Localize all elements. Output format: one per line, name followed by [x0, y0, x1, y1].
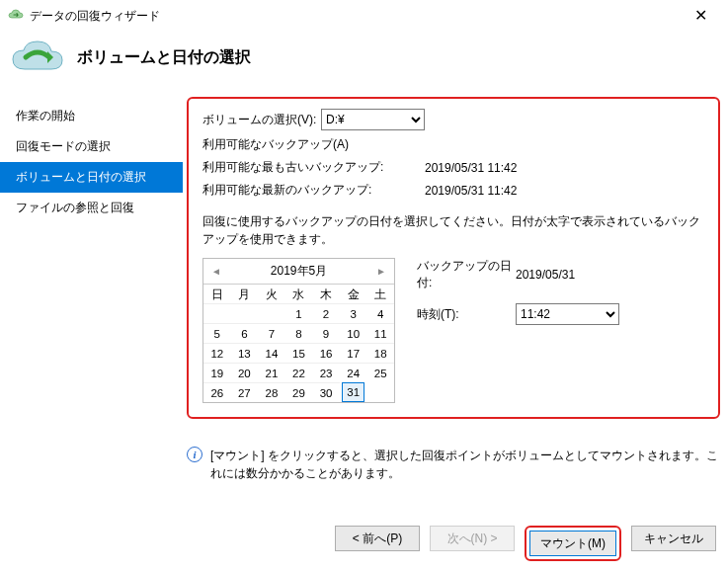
calendar-day[interactable]: 8 [285, 323, 313, 343]
calendar-day[interactable]: 11 [366, 323, 394, 343]
volume-label: ボリュームの選択(V): [202, 112, 321, 128]
calendar-day[interactable]: 2 [312, 303, 340, 323]
calendar-day[interactable]: 4 [366, 303, 394, 323]
wizard-main: ボリュームの選択(V): D:¥ 利用可能なバックアップ(A) 利用可能な最も古… [183, 93, 728, 573]
backup-date-value: 2019/05/31 [516, 268, 575, 282]
time-label: 時刻(T): [417, 306, 516, 323]
calendar-day[interactable]: 13 [231, 343, 259, 363]
cancel-button[interactable]: キャンセル [631, 526, 716, 551]
close-icon[interactable]: ✕ [681, 8, 720, 24]
time-select[interactable]: 11:42 [516, 303, 619, 325]
sidebar-item-volume-date[interactable]: ボリュームと日付の選択 [0, 162, 183, 193]
calendar-day[interactable]: 29 [285, 382, 313, 402]
calendar-day[interactable]: 16 [312, 343, 340, 363]
window-title: データの回復ウィザード [30, 8, 681, 25]
mount-button-highlight: マウント(M) [525, 526, 621, 561]
calendar-dow: 水 [285, 284, 313, 303]
wizard-header: ボリュームと日付の選択 [0, 30, 728, 93]
highlighted-section: ボリュームの選択(V): D:¥ 利用可能なバックアップ(A) 利用可能な最も古… [187, 97, 720, 419]
calendar-day[interactable]: 22 [285, 363, 313, 382]
calendar-day[interactable]: 12 [203, 343, 231, 363]
calendar-day[interactable]: 10 [340, 323, 367, 343]
calendar-month-label: 2019年5月 [221, 263, 376, 280]
calendar-day[interactable]: 21 [258, 363, 285, 382]
calendar-day[interactable]: 23 [312, 363, 340, 382]
calendar-day[interactable]: 18 [366, 343, 394, 363]
calendar-day[interactable]: 7 [258, 323, 285, 343]
calendar-day[interactable]: 1 [285, 303, 313, 323]
calendar-prev-icon[interactable]: ◄ [211, 266, 221, 277]
calendar-dow: 木 [312, 284, 340, 303]
wizard-sidebar: 作業の開始 回復モードの選択 ボリュームと日付の選択 ファイルの参照と回復 [0, 93, 183, 573]
calendar-dow: 月 [231, 284, 259, 303]
cloud-recovery-icon [10, 38, 65, 77]
backup-date-label: バックアップの日付: [417, 258, 516, 291]
instruction-text: 回復に使用するバックアップの日付を選択してください。日付が太字で表示されているバ… [202, 212, 704, 248]
info-text: [マウント] をクリックすると、選択した回復ポイントがボリュームとしてマウントさ… [210, 447, 720, 482]
app-icon [8, 8, 24, 24]
calendar-dow: 金 [340, 284, 367, 303]
calendar-day[interactable]: 17 [340, 343, 367, 363]
calendar-day[interactable]: 5 [203, 323, 231, 343]
calendar-day[interactable]: 28 [258, 382, 285, 402]
sidebar-item-start[interactable]: 作業の開始 [0, 101, 183, 131]
newest-backup-value: 2019/05/31 11:42 [425, 184, 517, 198]
titlebar: データの回復ウィザード ✕ [0, 0, 728, 30]
calendar-widget: ◄ 2019年5月 ► 日月火水木金土123456789101112131415… [202, 258, 395, 403]
calendar-day[interactable]: 6 [231, 323, 259, 343]
info-icon: i [187, 447, 202, 462]
page-title: ボリュームと日付の選択 [77, 47, 251, 68]
oldest-backup-value: 2019/05/31 11:42 [425, 161, 517, 175]
calendar-day[interactable]: 31 [342, 382, 365, 402]
sidebar-item-files[interactable]: ファイルの参照と回復 [0, 193, 183, 223]
wizard-buttons: < 前へ(P) 次へ(N) > マウント(M) キャンセル [335, 526, 716, 561]
calendar-day[interactable]: 3 [340, 303, 367, 323]
calendar-dow: 日 [203, 284, 231, 303]
next-button: 次へ(N) > [430, 526, 515, 551]
calendar-day[interactable]: 19 [203, 363, 231, 382]
volume-select[interactable]: D:¥ [321, 109, 425, 130]
calendar-day[interactable]: 9 [312, 323, 340, 343]
calendar-day[interactable]: 30 [312, 382, 340, 402]
calendar-day[interactable]: 15 [285, 343, 313, 363]
calendar-dow: 火 [258, 284, 285, 303]
mount-button[interactable]: マウント(M) [529, 531, 616, 556]
calendar-day[interactable]: 25 [366, 363, 394, 382]
newest-backup-label: 利用可能な最新のバックアップ: [202, 182, 425, 199]
back-button[interactable]: < 前へ(P) [335, 526, 420, 551]
sidebar-item-mode[interactable]: 回復モードの選択 [0, 131, 183, 162]
calendar-day[interactable]: 26 [203, 382, 231, 402]
calendar-day[interactable]: 27 [231, 382, 259, 402]
calendar-day[interactable]: 14 [258, 343, 285, 363]
calendar-day[interactable]: 24 [340, 363, 367, 382]
calendar-next-icon[interactable]: ► [376, 266, 386, 277]
info-panel: i [マウント] をクリックすると、選択した回復ポイントがボリュームとしてマウン… [187, 447, 720, 482]
oldest-backup-label: 利用可能な最も古いバックアップ: [202, 159, 425, 176]
calendar-day[interactable]: 20 [231, 363, 259, 382]
calendar-dow: 土 [366, 284, 394, 303]
available-backup-label: 利用可能なバックアップ(A) [202, 136, 349, 153]
